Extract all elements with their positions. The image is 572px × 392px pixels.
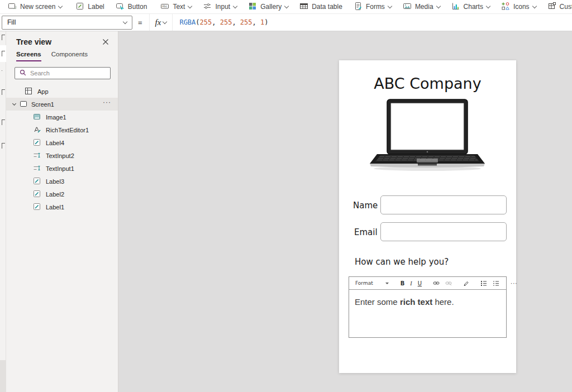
label-control-icon [33, 190, 41, 199]
app-icon [25, 87, 32, 96]
fx-button[interactable]: fx [149, 14, 173, 31]
toolbar-item-text[interactable]: Abc Text [155, 0, 197, 13]
tree-item-label3[interactable]: Label3 [6, 175, 118, 188]
fx-label: fx [155, 18, 161, 27]
tree-item-label: Label1 [46, 204, 64, 211]
property-selector[interactable]: Fill [2, 16, 132, 30]
email-label[interactable]: Email [354, 227, 378, 237]
tree-item-label1[interactable]: Label1 [6, 200, 118, 213]
tree-item-screen1[interactable]: Screen1 ··· [6, 98, 118, 111]
toolbar-item-custom[interactable]: Custom [542, 0, 572, 13]
tree-item-textinput2[interactable]: TextInput2 [6, 149, 118, 162]
label-icon [75, 2, 84, 12]
laptop-image[interactable] [366, 98, 489, 174]
help-label[interactable]: How can we help you? [355, 257, 449, 267]
formula-input[interactable]: RGBA(255, 255, 255, 1) [173, 18, 268, 26]
rail-icon[interactable] [2, 70, 5, 71]
insert-link-icon[interactable] [430, 280, 442, 286]
close-icon[interactable] [101, 37, 110, 46]
more-options-icon[interactable]: ··· [508, 280, 521, 286]
chevron-down-icon [58, 3, 63, 8]
rich-text-editor[interactable]: Format B I U [349, 276, 507, 338]
tree-item-textinput1[interactable]: TextInput1 [6, 162, 118, 175]
button-icon [116, 2, 125, 12]
tree-item-label: Screen1 [31, 101, 54, 108]
text-input-icon [33, 164, 41, 173]
chevron-down-icon [385, 283, 389, 284]
email-input[interactable] [380, 222, 507, 241]
toolbar-item-charts[interactable]: Charts [446, 0, 495, 13]
toolbar-item-data-table[interactable]: Data table [294, 0, 348, 13]
toolbar-item-forms[interactable]: Forms [348, 0, 397, 13]
tree-view-title: Tree view [16, 37, 51, 46]
formula-bar: Fill = fx RGBA(255, 255, 255, 1) [0, 14, 572, 31]
chevron-down-icon [123, 19, 127, 23]
more-options-icon[interactable]: ··· [103, 98, 111, 106]
insert-toolbar: New screen Label Button Abc Text Input G… [0, 0, 572, 14]
tree-item-label4[interactable]: Label4 [6, 136, 118, 149]
highlight-icon[interactable] [460, 280, 472, 286]
property-selector-value: Fill [7, 18, 16, 26]
tree-item-label: RichTextEditor1 [46, 127, 89, 133]
text-icon: Abc [160, 2, 169, 12]
tree-item-label: Image1 [46, 114, 66, 121]
numbered-list-icon[interactable] [490, 280, 502, 286]
name-input[interactable] [380, 195, 507, 214]
design-canvas[interactable]: ABC Company [118, 31, 572, 392]
tree-item-label: App [37, 88, 49, 95]
toolbar-item-text: Label [88, 3, 104, 11]
toolbar-item-icons[interactable]: Icons [495, 0, 542, 13]
bulleted-list-icon[interactable] [478, 280, 490, 286]
tree-item-label: TextInput1 [46, 165, 74, 172]
chevron-down-icon [532, 3, 536, 8]
tree-item-app[interactable]: App [6, 85, 118, 98]
rail-icon[interactable] [2, 89, 5, 95]
toolbar-item-media[interactable]: Media [397, 0, 446, 13]
tree-item-label2[interactable]: Label2 [6, 188, 118, 200]
tree-view-tabs: Screens Components [6, 51, 118, 61]
toolbar-item-new-screen[interactable]: New screen [2, 0, 68, 13]
insert-rail-button-selected[interactable] [0, 45, 6, 62]
tree-item-richtexteditor1[interactable]: RichTextEditor1 [6, 123, 118, 136]
toolbar-item-gallery[interactable]: Gallery [242, 0, 294, 13]
format-dropdown-label: Format [355, 280, 373, 286]
screen-icon [20, 100, 27, 109]
bold-button[interactable]: B [398, 280, 408, 286]
app-title-label[interactable]: ABC Company [339, 75, 516, 92]
rich-text-content[interactable]: Enter some rich text here. [349, 290, 506, 314]
chevron-down-icon [388, 3, 392, 8]
tree-view-header: Tree view [6, 31, 118, 51]
chevron-expanded-icon[interactable] [12, 102, 16, 106]
chevron-down-icon [188, 3, 192, 8]
italic-button[interactable]: I [407, 280, 414, 286]
format-dropdown[interactable]: Format [352, 280, 392, 286]
label-control-icon [33, 177, 41, 186]
rail-icon[interactable] [2, 143, 5, 149]
left-nav-rail [0, 31, 6, 392]
tree-search-box[interactable] [15, 67, 111, 79]
chevron-down-icon [436, 3, 440, 8]
label-control-icon [33, 203, 41, 212]
forms-icon [354, 2, 363, 12]
underline-button[interactable]: U [415, 280, 425, 286]
tree-view-panel: Tree view Screens Components App Screen1… [6, 31, 118, 392]
tree-item-image1[interactable]: Image1 [6, 111, 118, 123]
toolbar-item-button[interactable]: Button [110, 0, 153, 13]
search-input[interactable] [30, 70, 97, 77]
name-label[interactable]: Name [353, 200, 378, 211]
screen1-canvas[interactable]: ABC Company [339, 60, 516, 373]
tab-screens[interactable]: Screens [16, 51, 41, 61]
text-input-icon [33, 151, 41, 160]
toolbar-item-label[interactable]: Label [70, 0, 109, 13]
input-icon [203, 2, 212, 12]
search-icon [20, 68, 26, 78]
toolbar-item-input[interactable]: Input [197, 0, 242, 13]
powerapps-studio: New screen Label Button Abc Text Input G… [0, 0, 572, 392]
tree-view-rail-icon[interactable] [2, 35, 5, 40]
chevron-down-icon [284, 3, 289, 8]
tab-components[interactable]: Components [51, 51, 88, 61]
rail-bottom-block [0, 360, 6, 392]
remove-link-icon[interactable] [442, 280, 455, 286]
rail-icon[interactable] [2, 119, 5, 125]
rich-text-toolbar: Format B I U [349, 277, 506, 290]
